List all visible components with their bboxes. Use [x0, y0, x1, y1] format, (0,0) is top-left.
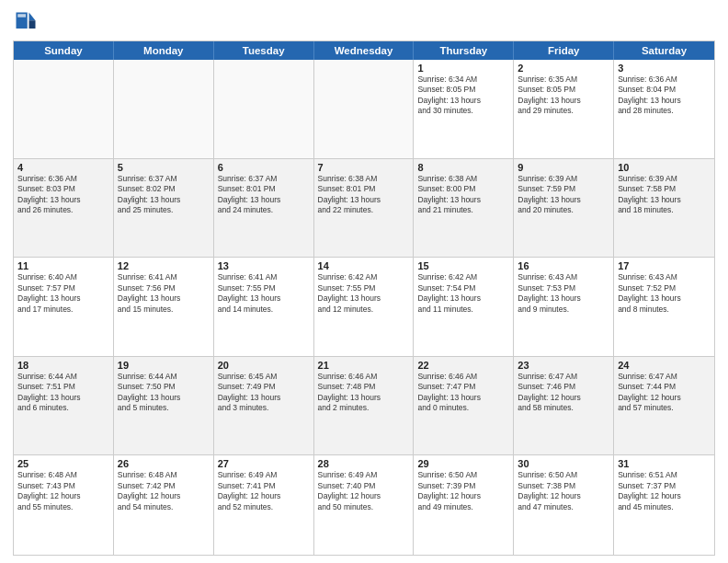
- day-cell-8: 8Sunrise: 6:38 AM Sunset: 8:00 PM Daylig…: [414, 159, 514, 258]
- day-cell-29: 29Sunrise: 6:50 AM Sunset: 7:39 PM Dayli…: [414, 455, 514, 555]
- header-day-sunday: Sunday: [14, 41, 114, 60]
- day-cell-23: 23Sunrise: 6:47 AM Sunset: 7:46 PM Dayli…: [514, 357, 614, 455]
- day-cell-4: 4Sunrise: 6:36 AM Sunset: 8:03 PM Daylig…: [14, 159, 114, 258]
- day-cell-13: 13Sunrise: 6:41 AM Sunset: 7:55 PM Dayli…: [214, 258, 314, 356]
- empty-cell: [14, 60, 114, 158]
- header-day-friday: Friday: [514, 41, 614, 60]
- day-number: 1: [417, 63, 509, 74]
- day-info: Sunrise: 6:41 AM Sunset: 7:55 PM Dayligh…: [218, 272, 310, 315]
- day-info: Sunrise: 6:45 AM Sunset: 7:49 PM Dayligh…: [218, 372, 310, 414]
- day-number: 4: [17, 162, 109, 173]
- day-info: Sunrise: 6:42 AM Sunset: 7:54 PM Dayligh…: [417, 272, 509, 315]
- day-cell-25: 25Sunrise: 6:48 AM Sunset: 7:43 PM Dayli…: [14, 455, 114, 555]
- day-cell-19: 19Sunrise: 6:44 AM Sunset: 7:50 PM Dayli…: [114, 357, 214, 455]
- day-number: 13: [218, 260, 310, 271]
- day-number: 11: [17, 260, 109, 271]
- day-info: Sunrise: 6:43 AM Sunset: 7:53 PM Dayligh…: [518, 272, 609, 315]
- day-cell-30: 30Sunrise: 6:50 AM Sunset: 7:38 PM Dayli…: [514, 455, 614, 555]
- day-cell-10: 10Sunrise: 6:39 AM Sunset: 7:58 PM Dayli…: [614, 159, 714, 258]
- day-number: 24: [618, 360, 711, 371]
- day-info: Sunrise: 6:38 AM Sunset: 8:00 PM Dayligh…: [417, 174, 509, 216]
- header-day-wednesday: Wednesday: [314, 41, 415, 60]
- svg-marker-2: [29, 20, 36, 29]
- day-info: Sunrise: 6:38 AM Sunset: 8:01 PM Dayligh…: [318, 174, 410, 216]
- page: SundayMondayTuesdayWednesdayThursdayFrid…: [0, 0, 728, 563]
- header-day-thursday: Thursday: [414, 41, 514, 60]
- day-info: Sunrise: 6:43 AM Sunset: 7:52 PM Dayligh…: [618, 272, 711, 315]
- day-number: 29: [417, 458, 509, 469]
- day-info: Sunrise: 6:41 AM Sunset: 7:56 PM Dayligh…: [118, 272, 210, 315]
- day-number: 8: [417, 162, 509, 173]
- day-info: Sunrise: 6:36 AM Sunset: 8:04 PM Dayligh…: [618, 75, 711, 117]
- day-number: 18: [17, 360, 109, 371]
- day-number: 16: [518, 260, 609, 271]
- day-info: Sunrise: 6:47 AM Sunset: 7:46 PM Dayligh…: [518, 372, 609, 414]
- day-number: 6: [218, 162, 310, 173]
- day-info: Sunrise: 6:48 AM Sunset: 7:42 PM Dayligh…: [118, 470, 210, 512]
- day-info: Sunrise: 6:39 AM Sunset: 7:59 PM Dayligh…: [518, 174, 609, 216]
- day-cell-1: 1Sunrise: 6:34 AM Sunset: 8:05 PM Daylig…: [414, 60, 514, 158]
- day-number: 17: [618, 260, 711, 271]
- day-number: 23: [518, 360, 609, 371]
- day-number: 28: [318, 458, 410, 469]
- day-number: 9: [518, 162, 609, 173]
- empty-cell: [114, 60, 214, 158]
- day-cell-28: 28Sunrise: 6:49 AM Sunset: 7:40 PM Dayli…: [314, 455, 415, 555]
- day-number: 31: [618, 458, 711, 469]
- day-number: 2: [518, 63, 609, 74]
- day-info: Sunrise: 6:48 AM Sunset: 7:43 PM Dayligh…: [17, 470, 109, 512]
- day-info: Sunrise: 6:37 AM Sunset: 8:01 PM Dayligh…: [218, 174, 310, 216]
- day-info: Sunrise: 6:51 AM Sunset: 7:37 PM Dayligh…: [618, 470, 711, 512]
- day-cell-6: 6Sunrise: 6:37 AM Sunset: 8:01 PM Daylig…: [214, 159, 314, 258]
- svg-marker-1: [29, 13, 36, 21]
- day-info: Sunrise: 6:50 AM Sunset: 7:38 PM Dayligh…: [518, 470, 609, 512]
- day-info: Sunrise: 6:37 AM Sunset: 8:02 PM Dayligh…: [118, 174, 210, 216]
- logo: [13, 9, 42, 35]
- header: [13, 9, 715, 35]
- calendar-body: 1Sunrise: 6:34 AM Sunset: 8:05 PM Daylig…: [14, 60, 714, 555]
- day-cell-18: 18Sunrise: 6:44 AM Sunset: 7:51 PM Dayli…: [14, 357, 114, 455]
- day-cell-7: 7Sunrise: 6:38 AM Sunset: 8:01 PM Daylig…: [314, 159, 415, 258]
- calendar-week-1: 1Sunrise: 6:34 AM Sunset: 8:05 PM Daylig…: [14, 60, 714, 159]
- day-info: Sunrise: 6:46 AM Sunset: 7:48 PM Dayligh…: [318, 372, 410, 414]
- day-number: 5: [118, 162, 210, 173]
- day-number: 27: [218, 458, 310, 469]
- day-info: Sunrise: 6:44 AM Sunset: 7:50 PM Dayligh…: [118, 372, 210, 414]
- day-cell-16: 16Sunrise: 6:43 AM Sunset: 7:53 PM Dayli…: [514, 258, 614, 356]
- day-info: Sunrise: 6:39 AM Sunset: 7:58 PM Dayligh…: [618, 174, 711, 216]
- day-info: Sunrise: 6:44 AM Sunset: 7:51 PM Dayligh…: [17, 372, 109, 414]
- day-cell-12: 12Sunrise: 6:41 AM Sunset: 7:56 PM Dayli…: [114, 258, 214, 356]
- calendar-week-5: 25Sunrise: 6:48 AM Sunset: 7:43 PM Dayli…: [14, 455, 714, 555]
- day-number: 7: [318, 162, 410, 173]
- day-number: 3: [618, 63, 711, 74]
- day-cell-9: 9Sunrise: 6:39 AM Sunset: 7:59 PM Daylig…: [514, 159, 614, 258]
- day-info: Sunrise: 6:49 AM Sunset: 7:40 PM Dayligh…: [318, 470, 410, 512]
- day-number: 26: [118, 458, 210, 469]
- day-cell-22: 22Sunrise: 6:46 AM Sunset: 7:47 PM Dayli…: [414, 357, 514, 455]
- day-number: 14: [318, 260, 410, 271]
- svg-rect-4: [17, 14, 26, 17]
- day-cell-24: 24Sunrise: 6:47 AM Sunset: 7:44 PM Dayli…: [614, 357, 714, 455]
- empty-cell: [214, 60, 314, 158]
- day-info: Sunrise: 6:40 AM Sunset: 7:57 PM Dayligh…: [17, 272, 109, 315]
- calendar-week-2: 4Sunrise: 6:36 AM Sunset: 8:03 PM Daylig…: [14, 159, 714, 259]
- day-cell-31: 31Sunrise: 6:51 AM Sunset: 7:37 PM Dayli…: [614, 455, 714, 555]
- day-cell-26: 26Sunrise: 6:48 AM Sunset: 7:42 PM Dayli…: [114, 455, 214, 555]
- calendar-header: SundayMondayTuesdayWednesdayThursdayFrid…: [14, 41, 714, 60]
- day-cell-14: 14Sunrise: 6:42 AM Sunset: 7:55 PM Dayli…: [314, 258, 415, 356]
- day-cell-2: 2Sunrise: 6:35 AM Sunset: 8:05 PM Daylig…: [514, 60, 614, 158]
- day-number: 21: [318, 360, 410, 371]
- day-info: Sunrise: 6:36 AM Sunset: 8:03 PM Dayligh…: [17, 174, 109, 216]
- day-cell-5: 5Sunrise: 6:37 AM Sunset: 8:02 PM Daylig…: [114, 159, 214, 258]
- empty-cell: [314, 60, 415, 158]
- day-info: Sunrise: 6:47 AM Sunset: 7:44 PM Dayligh…: [618, 372, 711, 414]
- day-number: 25: [17, 458, 109, 469]
- header-day-monday: Monday: [114, 41, 214, 60]
- day-info: Sunrise: 6:34 AM Sunset: 8:05 PM Dayligh…: [417, 75, 509, 117]
- day-cell-3: 3Sunrise: 6:36 AM Sunset: 8:04 PM Daylig…: [614, 60, 714, 158]
- logo-icon: [13, 9, 39, 35]
- day-number: 10: [618, 162, 711, 173]
- calendar-week-3: 11Sunrise: 6:40 AM Sunset: 7:57 PM Dayli…: [14, 258, 714, 357]
- day-cell-27: 27Sunrise: 6:49 AM Sunset: 7:41 PM Dayli…: [214, 455, 314, 555]
- calendar-week-4: 18Sunrise: 6:44 AM Sunset: 7:51 PM Dayli…: [14, 357, 714, 456]
